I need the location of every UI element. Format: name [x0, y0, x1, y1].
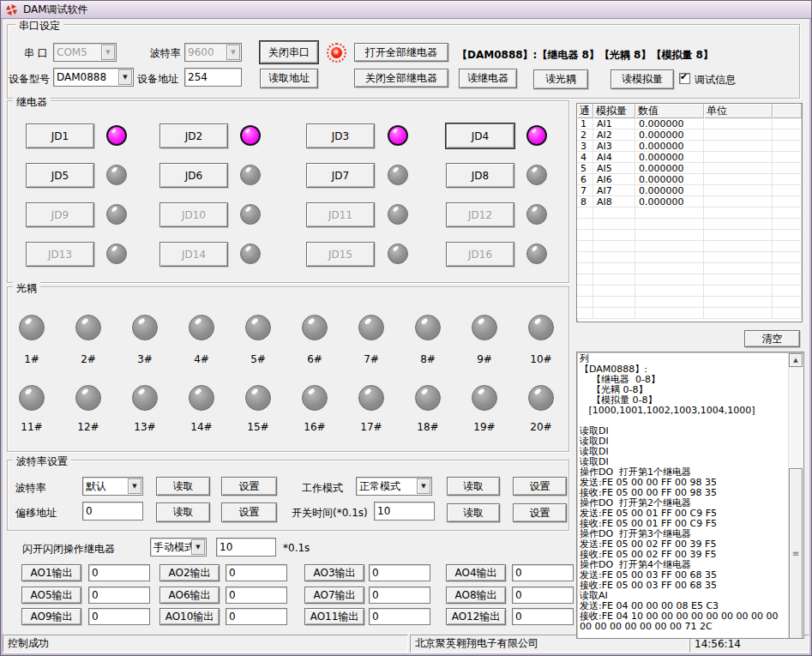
- ao-button-10[interactable]: AO10输出: [159, 608, 220, 625]
- set-workmode-button[interactable]: 设置: [513, 477, 567, 496]
- relay-button-jd1[interactable]: JD1: [26, 123, 94, 148]
- relay-button-jd16[interactable]: JD16: [446, 242, 514, 267]
- read-opto-button[interactable]: 读光耦: [533, 69, 588, 89]
- ao-button-3[interactable]: AO3输出: [304, 564, 364, 581]
- ao-button-1[interactable]: AO1输出: [21, 564, 81, 581]
- scrollbar-thumb[interactable]: ≡: [789, 468, 803, 639]
- table-row: [577, 297, 802, 308]
- debug-info-label: 调试信息: [695, 73, 736, 87]
- table-cell: [773, 274, 802, 286]
- read-workmode-button[interactable]: 读取: [447, 477, 500, 496]
- table-cell: [704, 219, 773, 230]
- table-cell: [704, 297, 773, 308]
- switch-time-input[interactable]: [374, 502, 435, 521]
- opto-led-17: [358, 385, 384, 411]
- ao-input-6[interactable]: [226, 587, 287, 604]
- read-baud-button[interactable]: 读取: [156, 477, 210, 496]
- table-cell: [577, 219, 593, 230]
- ao-button-11[interactable]: AO11输出: [304, 608, 364, 625]
- read-analog-button[interactable]: 读模拟量: [611, 69, 674, 89]
- work-mode-select[interactable]: 正常模式 ▼: [356, 477, 432, 496]
- relay-button-jd15[interactable]: JD15: [306, 242, 375, 267]
- clear-log-button[interactable]: 清空: [744, 330, 800, 347]
- baud-default-select[interactable]: 默认 ▼: [82, 477, 143, 496]
- relay-button-jd7[interactable]: JD7: [306, 163, 375, 188]
- opto-led-7: [358, 315, 384, 340]
- open-all-relays-button[interactable]: 打开全部继电器: [354, 43, 448, 62]
- relay-button-jd4[interactable]: JD4: [446, 123, 514, 148]
- table-cell: [773, 308, 802, 319]
- ao-input-12[interactable]: [512, 608, 574, 625]
- model-label: 设备型号: [9, 72, 50, 87]
- read-switchtime-button[interactable]: 读取: [447, 503, 500, 522]
- ao-button-12[interactable]: AO12输出: [446, 608, 506, 625]
- ao-button-8[interactable]: AO8输出: [446, 587, 506, 604]
- read-offset-button[interactable]: 读取: [156, 503, 210, 522]
- log-panel[interactable]: 列 【DAM0888】: 【继电器 0-8】 【光耦 0-8】 【模拟量 0-8…: [576, 352, 804, 639]
- opto-led-16: [302, 385, 328, 411]
- table-cell: [577, 230, 593, 241]
- device-address-input[interactable]: [184, 68, 242, 87]
- ao-button-4[interactable]: AO4输出: [446, 564, 506, 581]
- opto-label-9: 9#: [467, 353, 502, 365]
- table-row: [577, 252, 802, 263]
- ao-input-9[interactable]: [88, 608, 150, 625]
- table-row: 6AI60.000000: [577, 174, 802, 185]
- relay-button-jd13[interactable]: JD13: [26, 242, 94, 267]
- table-row: 2AI20.000000: [577, 129, 802, 141]
- ao-button-6[interactable]: AO6输出: [159, 587, 220, 604]
- com-port-select[interactable]: COM5 ▼: [53, 43, 117, 62]
- table-cell: [704, 118, 773, 129]
- ao-button-2[interactable]: AO2输出: [159, 564, 220, 581]
- device-model-select[interactable]: DAM0888 ▼: [53, 68, 134, 87]
- table-cell: [635, 208, 704, 219]
- scrollbar-up-icon[interactable]: ▲: [789, 353, 803, 367]
- relay-button-jd14[interactable]: JD14: [159, 242, 228, 267]
- relay-button-jd10[interactable]: JD10: [159, 202, 228, 227]
- opto-led-10: [528, 315, 554, 340]
- opto-led-8: [415, 315, 441, 340]
- ao-button-5[interactable]: AO5输出: [21, 587, 81, 604]
- read-address-button[interactable]: 读取地址: [260, 69, 318, 88]
- set-switchtime-button[interactable]: 设置: [513, 503, 567, 522]
- analog-col-header: 单位: [704, 104, 773, 118]
- flash-time-input[interactable]: [216, 538, 276, 557]
- baud-rate-select[interactable]: 9600 ▼: [184, 43, 242, 62]
- relay-button-jd12[interactable]: JD12: [446, 202, 514, 227]
- relay-led-jd16: [526, 244, 547, 264]
- ao-input-10[interactable]: [226, 608, 287, 625]
- relay-button-jd3[interactable]: JD3: [306, 123, 375, 148]
- ao-input-3[interactable]: [369, 564, 430, 581]
- ao-input-7[interactable]: [369, 587, 430, 604]
- debug-info-checkbox[interactable]: ✔: [679, 73, 690, 84]
- table-cell: 5: [577, 163, 593, 174]
- read-relay-button[interactable]: 读继电器: [459, 69, 517, 88]
- ao-input-11[interactable]: [369, 608, 430, 625]
- relay-button-jd5[interactable]: JD5: [26, 163, 94, 188]
- ao-input-4[interactable]: [512, 564, 574, 581]
- relay-button-jd11[interactable]: JD11: [306, 202, 375, 227]
- ao-input-2[interactable]: [226, 564, 287, 581]
- opto-label-3: 3#: [128, 353, 162, 365]
- set-baud-button[interactable]: 设置: [221, 477, 277, 496]
- ao-button-9[interactable]: AO9输出: [21, 608, 81, 625]
- ao-input-8[interactable]: [512, 587, 574, 604]
- table-row: [577, 241, 802, 252]
- relay-button-jd8[interactable]: JD8: [446, 163, 514, 188]
- ao-input-5[interactable]: [88, 587, 150, 604]
- log-scrollbar[interactable]: ▲ ≡: [788, 353, 803, 638]
- ao-button-7[interactable]: AO7输出: [304, 587, 364, 604]
- flash-mode-select[interactable]: 手动模式 ▼: [150, 538, 207, 557]
- baud-label: 波特率: [150, 46, 181, 61]
- table-cell: [704, 185, 773, 196]
- opto-led-13: [132, 385, 158, 411]
- relay-button-jd2[interactable]: JD2: [159, 123, 228, 148]
- relay-button-jd9[interactable]: JD9: [26, 202, 94, 227]
- set-offset-button[interactable]: 设置: [221, 503, 277, 522]
- relay-button-jd6[interactable]: JD6: [159, 163, 228, 188]
- table-cell: [704, 208, 773, 219]
- ao-input-1[interactable]: [88, 564, 150, 581]
- close-all-relays-button[interactable]: 关闭全部继电器: [354, 69, 448, 87]
- offset-input[interactable]: [82, 502, 143, 521]
- close-serial-button[interactable]: 关闭串口: [260, 41, 318, 63]
